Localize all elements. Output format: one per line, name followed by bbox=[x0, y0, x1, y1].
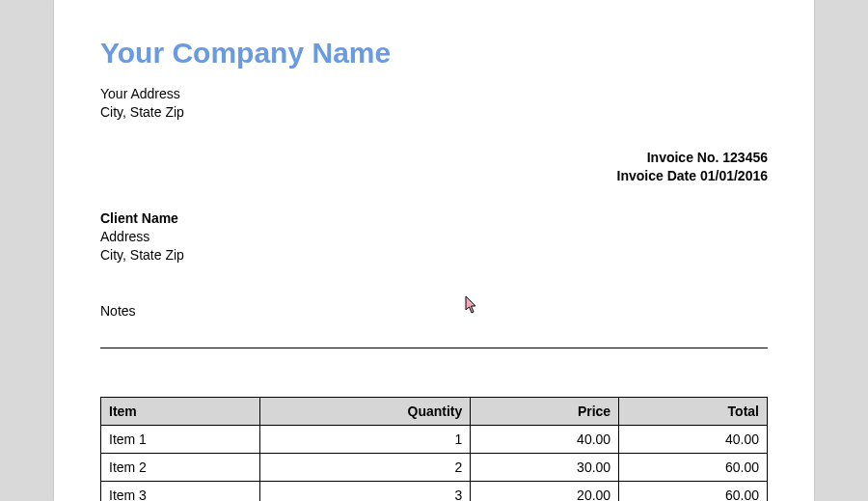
invoice-page: Your Company Name Your Address City, Sta… bbox=[54, 0, 814, 501]
client-address-line1: Address bbox=[100, 228, 768, 246]
header-price: Price bbox=[471, 397, 619, 425]
notes-label: Notes bbox=[100, 303, 768, 319]
cell-quantity: 3 bbox=[260, 481, 471, 501]
cell-item: Item 1 bbox=[101, 425, 260, 453]
invoice-date-label: Invoice Date bbox=[617, 168, 696, 183]
cell-price: 40.00 bbox=[471, 425, 619, 453]
invoice-date-value: 01/01/2016 bbox=[700, 168, 768, 183]
company-name: Your Company Name bbox=[100, 37, 768, 70]
company-address: Your Address City, State Zip bbox=[100, 85, 768, 122]
invoice-number-label: Invoice No. bbox=[647, 150, 719, 165]
cell-total: 60.00 bbox=[619, 481, 768, 501]
cell-item: Item 3 bbox=[101, 481, 260, 501]
cell-quantity: 1 bbox=[260, 425, 471, 453]
company-address-line1: Your Address bbox=[100, 85, 768, 103]
client-block: Client Name Address City, State Zip bbox=[100, 209, 768, 264]
company-address-line2: City, State Zip bbox=[100, 103, 768, 122]
divider bbox=[100, 348, 768, 348]
table-row: Item 3 3 20.00 60.00 bbox=[101, 481, 768, 501]
cell-quantity: 2 bbox=[260, 453, 471, 481]
cell-total: 40.00 bbox=[619, 425, 768, 453]
cell-price: 20.00 bbox=[471, 481, 619, 501]
invoice-date-row: Invoice Date 01/01/2016 bbox=[100, 167, 768, 186]
header-quantity: Quantity bbox=[260, 397, 471, 425]
client-name: Client Name bbox=[100, 209, 768, 228]
header-total: Total bbox=[619, 397, 768, 425]
client-address-line2: City, State Zip bbox=[100, 246, 768, 264]
items-header-row: Item Quantity Price Total bbox=[101, 397, 768, 425]
cell-price: 30.00 bbox=[471, 453, 619, 481]
header-item: Item bbox=[101, 397, 260, 425]
cell-item: Item 2 bbox=[101, 453, 260, 481]
cell-total: 60.00 bbox=[619, 453, 768, 481]
invoice-number-row: Invoice No. 123456 bbox=[100, 149, 768, 168]
table-row: Item 1 1 40.00 40.00 bbox=[101, 425, 768, 453]
invoice-meta: Invoice No. 123456 Invoice Date 01/01/20… bbox=[100, 149, 768, 186]
table-row: Item 2 2 30.00 60.00 bbox=[101, 453, 768, 481]
items-table: Item Quantity Price Total Item 1 1 40.00… bbox=[100, 397, 768, 501]
invoice-number-value: 123456 bbox=[722, 150, 768, 165]
